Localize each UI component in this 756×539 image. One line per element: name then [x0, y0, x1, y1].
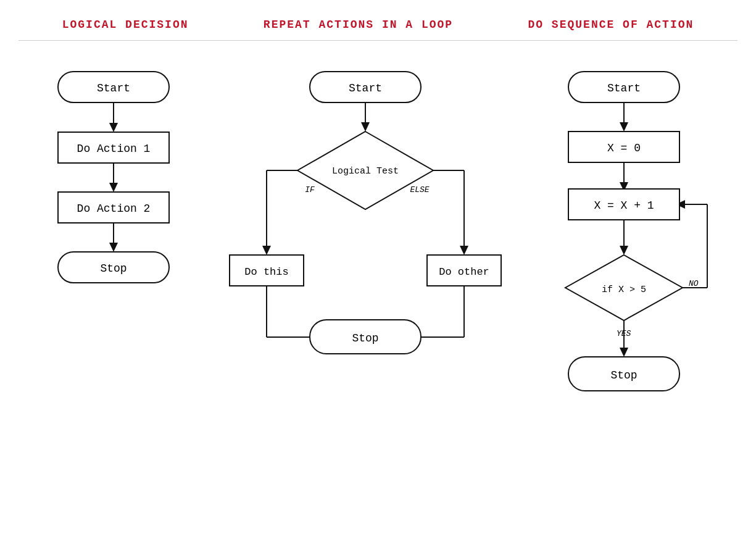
d3-no-label: NO: [689, 279, 699, 288]
d2-arrow-right: [460, 246, 468, 255]
d3-x0-label: X = 0: [607, 142, 641, 154]
title-do-sequence: DO SEQUENCE OF ACTION: [528, 19, 694, 31]
d2-doother-label: Do other: [439, 266, 490, 278]
d3-arrow4: [620, 348, 628, 357]
d2-diamond-label: Logical Test: [332, 166, 399, 177]
d3-diamond-label: if X > 5: [602, 285, 646, 295]
d2-if-label: IF: [305, 185, 315, 194]
d3-start-label: Start: [607, 82, 641, 94]
d3-arrow3: [620, 246, 628, 255]
diagram-logical-decision: Start Do Action 1 Do Action 2 Stop: [27, 59, 200, 380]
diagram1-svg: Start Do Action 1 Do Action 2 Stop: [27, 59, 200, 380]
title-logical-decision: LOGICAL DECISION: [62, 19, 189, 31]
d1-action1-label: Do Action 1: [77, 143, 151, 155]
diagram3-svg: Start X = 0 X = X + 1: [531, 59, 729, 479]
d2-arrow1: [361, 122, 370, 132]
d1-start-label: Start: [97, 82, 130, 94]
d2-stop-label: Stop: [352, 332, 379, 345]
diagram-repeat-actions: Start Logical Test IF ELSE Do this: [230, 59, 501, 430]
diagram-do-sequence: Start X = 0 X = X + 1: [531, 59, 729, 479]
d2-else-label: ELSE: [410, 185, 430, 194]
d1-arrow1: [109, 123, 118, 132]
d3-arrow1: [620, 122, 628, 132]
d2-start-label: Start: [349, 82, 382, 94]
d1-arrow2: [109, 183, 118, 192]
d1-action2-label: Do Action 2: [77, 203, 151, 215]
title-repeat-actions: REPEAT ACTIONS IN A LOOP: [264, 19, 453, 31]
d3-stop-label: Stop: [610, 369, 637, 382]
d3-xinc-label: X = X + 1: [594, 199, 654, 212]
d2-dothis-label: Do this: [245, 266, 289, 278]
d1-stop-label: Stop: [101, 262, 127, 275]
d1-arrow3: [109, 243, 118, 252]
d2-arrow-left: [262, 246, 271, 255]
diagrams-container: Start Do Action 1 Do Action 2 Stop: [0, 41, 756, 479]
header: LOGICAL DECISION REPEAT ACTIONS IN A LOO…: [0, 0, 756, 40]
diagram2-svg: Start Logical Test IF ELSE Do this: [230, 59, 501, 430]
